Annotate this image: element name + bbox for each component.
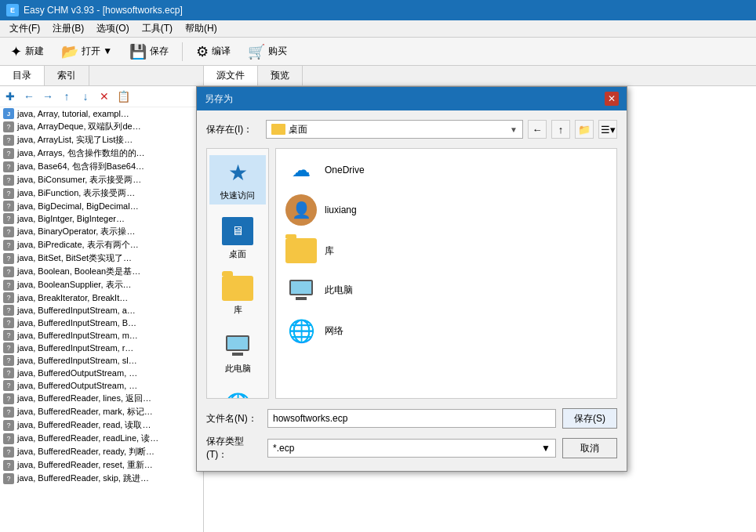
list-item[interactable]: ? java, BigDecimal, BigDecimal… bbox=[0, 200, 203, 212]
save-button[interactable]: 💾 保存 bbox=[122, 40, 176, 63]
file-item-network[interactable]: 🌐 网络 bbox=[282, 313, 610, 348]
create-folder-button[interactable]: 📁 bbox=[575, 120, 594, 139]
compile-button[interactable]: ⚙ 编译 bbox=[189, 40, 238, 63]
list-item[interactable]: J java, Array, tutorial, exampl… bbox=[0, 107, 203, 120]
item-text: java, BufferedInputStream, r… bbox=[17, 343, 133, 353]
list-item[interactable]: ? java, BinaryOperator, 表示操… bbox=[0, 225, 203, 238]
file-item-this-pc[interactable]: 此电脑 bbox=[282, 273, 610, 307]
menu-tools[interactable]: 工具(T) bbox=[136, 20, 179, 37]
list-item[interactable]: ? java, ArrayList, 实现了List接… bbox=[0, 133, 203, 147]
file-item-user[interactable]: 👤 liuxiang bbox=[282, 191, 610, 229]
item-text: java, BufferedReader, mark, 标记… bbox=[17, 406, 153, 418]
tab-preview[interactable]: 预览 bbox=[258, 66, 303, 85]
item-icon-q: ? bbox=[3, 355, 14, 366]
dropdown-arrow-icon: ▼ bbox=[510, 125, 518, 134]
file-label-onedrive: OneDrive bbox=[325, 165, 365, 176]
nav-item-quick-access[interactable]: ★ 快速访问 bbox=[209, 155, 266, 204]
file-label-network: 网络 bbox=[325, 324, 343, 338]
list-item[interactable]: ? java, BufferedOutputStream, … bbox=[0, 379, 203, 392]
nav-item-library[interactable]: 库 bbox=[209, 273, 266, 319]
list-item[interactable]: ? java, BufferedReader, ready, 判断… bbox=[0, 445, 203, 458]
item-text: java, ArrayDeque, 双端队列de… bbox=[17, 121, 141, 132]
filetype-dropdown[interactable]: *.ecp ▼ bbox=[267, 439, 556, 458]
filename-input[interactable] bbox=[267, 409, 556, 428]
item-icon-j: J bbox=[3, 108, 14, 119]
new-button[interactable]: ✦ 新建 bbox=[3, 40, 51, 63]
back-button[interactable]: ← bbox=[20, 88, 38, 105]
list-item[interactable]: ? java, BufferedInputStream, m… bbox=[0, 329, 203, 342]
menu-options[interactable]: 选项(O) bbox=[90, 20, 135, 37]
list-item[interactable]: ? java, BufferedInputStream, a… bbox=[0, 304, 203, 317]
menu-register[interactable]: 注册(B) bbox=[46, 20, 90, 37]
list-item[interactable]: ? java, Arrays, 包含操作数组的的… bbox=[0, 147, 203, 160]
nav-item-this-pc[interactable]: 此电脑 bbox=[209, 328, 266, 378]
add-button[interactable]: ✚ bbox=[2, 88, 19, 105]
go-up-button[interactable]: ↑ bbox=[551, 120, 570, 139]
list-item[interactable]: ? java, ArrayDeque, 双端队列de… bbox=[0, 120, 203, 133]
dialog-save-button[interactable]: 保存(S) bbox=[562, 408, 617, 429]
delete-button[interactable]: ✕ bbox=[96, 88, 113, 105]
list-item[interactable]: ? java, Base64, 包含得到Base64… bbox=[0, 160, 203, 173]
list-item[interactable]: ? java, BufferedReader, read, 读取… bbox=[0, 418, 203, 432]
list-item[interactable]: ? java, BufferedInputStream, sl… bbox=[0, 354, 203, 367]
list-item[interactable]: ? java, BufferedReader, lines, 返回… bbox=[0, 392, 203, 405]
compile-label: 编译 bbox=[212, 45, 231, 58]
down-button[interactable]: ↓ bbox=[77, 88, 94, 105]
list-item[interactable]: ? java, BiFunction, 表示接受两… bbox=[0, 186, 203, 200]
list-item[interactable]: ? java, BiConsumer, 表示接受两… bbox=[0, 173, 203, 186]
dialog-content-split: ★ 快速访问 🖥 桌面 库 此电脑 bbox=[206, 148, 617, 399]
save-location-dropdown[interactable]: 桌面 ▼ bbox=[266, 120, 523, 139]
up-button[interactable]: ↑ bbox=[58, 88, 75, 105]
nav-item-desktop[interactable]: 🖥 桌面 bbox=[209, 214, 266, 263]
item-text: java, Arrays, 包含操作数组的的… bbox=[17, 147, 145, 159]
menu-help[interactable]: 帮助(H) bbox=[179, 20, 224, 37]
filename-row: 文件名(N)： 保存(S) bbox=[206, 408, 617, 429]
list-item[interactable]: ? java, BufferedReader, mark, 标记… bbox=[0, 405, 203, 418]
list-item[interactable]: ? java, BufferedReader, reset, 重新… bbox=[0, 458, 203, 472]
tab-directory[interactable]: 目录 bbox=[0, 66, 45, 85]
dialog-close-button[interactable]: ✕ bbox=[605, 92, 619, 106]
view-button[interactable]: ☰▾ bbox=[598, 120, 617, 139]
list-item[interactable]: ? java, BiPredicate, 表示有两个… bbox=[0, 238, 203, 252]
list-item[interactable]: ? java, BitSet, BitSet类实现了… bbox=[0, 252, 203, 265]
tab-source[interactable]: 源文件 bbox=[204, 66, 258, 85]
dialog-cancel-button[interactable]: 取消 bbox=[562, 438, 617, 458]
folder-icon-library bbox=[285, 238, 317, 263]
buy-button[interactable]: 🛒 购买 bbox=[241, 40, 294, 63]
item-icon-q: ? bbox=[3, 447, 14, 458]
list-item[interactable]: ? java, BreakIterator, BreakIt… bbox=[0, 291, 203, 304]
app-title: Easy CHM v3.93 - [howsoftworks.ecp] bbox=[24, 5, 183, 16]
tab-index[interactable]: 索引 bbox=[45, 66, 89, 85]
save-in-label: 保存在(I)： bbox=[206, 123, 261, 136]
properties-button[interactable]: 📋 bbox=[114, 88, 132, 105]
item-icon-q: ? bbox=[3, 305, 14, 316]
list-item[interactable]: ? java, BufferedInputStream, B… bbox=[0, 317, 203, 329]
open-icon: 📂 bbox=[61, 43, 78, 60]
list-item[interactable]: ? java, BooleanSupplier, 表示… bbox=[0, 278, 203, 291]
item-text: java, ArrayList, 实现了List接… bbox=[17, 134, 133, 146]
list-item[interactable]: ? java, BufferedInputStream, r… bbox=[0, 342, 203, 354]
list-item[interactable]: ? java, BufferedOutputStream, … bbox=[0, 367, 203, 379]
item-icon-q: ? bbox=[3, 380, 14, 391]
list-item[interactable]: ? java, BufferedReader, readLine, 读… bbox=[0, 432, 203, 445]
open-button[interactable]: 📂 打开 ▼ bbox=[54, 40, 119, 63]
list-item[interactable]: ? java, BigIntger, BigInteger… bbox=[0, 212, 203, 225]
go-back-button[interactable]: ← bbox=[528, 120, 547, 139]
filetype-arrow-icon: ▼ bbox=[541, 443, 551, 454]
forward-button[interactable]: → bbox=[39, 88, 56, 105]
dialog-title-text: 另存为 bbox=[205, 92, 233, 106]
file-item-onedrive[interactable]: ☁ OneDrive bbox=[282, 155, 610, 185]
open-label: 打开 ▼ bbox=[82, 45, 112, 58]
save-dialog: 另存为 ✕ 保存在(I)： 桌面 ▼ ← ↑ 📁 ☰▾ ★ 快速访问 bbox=[196, 86, 627, 472]
item-icon-q: ? bbox=[3, 188, 14, 199]
menu-file[interactable]: 文件(F) bbox=[3, 20, 46, 37]
buy-icon: 🛒 bbox=[248, 43, 265, 60]
item-text: java, BigDecimal, BigDecimal… bbox=[17, 201, 139, 211]
file-item-library[interactable]: 库 bbox=[282, 235, 610, 266]
item-icon-q: ? bbox=[3, 393, 14, 404]
list-item[interactable]: ? java, BufferedReader, skip, 跳进… bbox=[0, 472, 203, 485]
nav-item-network[interactable]: 🌐 网络 bbox=[209, 387, 266, 399]
folder-icon bbox=[271, 124, 285, 135]
item-text: java, BufferedReader, lines, 返回… bbox=[17, 393, 151, 404]
list-item[interactable]: ? java, Boolean, Boolean类是基… bbox=[0, 265, 203, 278]
